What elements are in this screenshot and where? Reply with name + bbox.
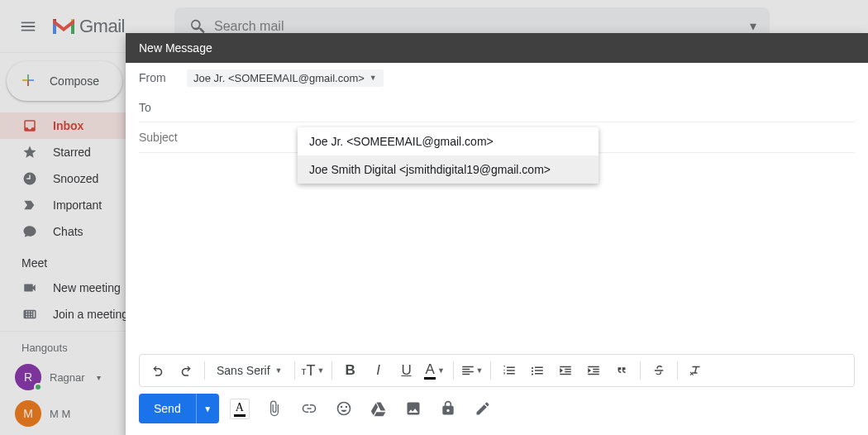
plus-icon <box>17 69 40 94</box>
underline-button[interactable]: U <box>393 357 420 384</box>
separator <box>453 361 454 380</box>
separator <box>677 361 678 380</box>
redo-button[interactable] <box>173 357 199 384</box>
from-option-1[interactable]: Joe Smith Digital <jsmithdigital19@gmail… <box>298 155 599 184</box>
attach-file-button[interactable] <box>260 394 289 423</box>
chevron-down-icon: ▼ <box>476 366 484 375</box>
insert-emoji-button[interactable] <box>330 394 358 423</box>
inbox-icon <box>21 118 38 133</box>
meet-item-label: New meeting <box>53 281 121 294</box>
chevron-down-icon[interactable]: ▾ <box>97 373 101 382</box>
chevron-down-icon: ▼ <box>317 366 325 375</box>
to-label: To <box>139 101 179 114</box>
avatar: R <box>15 364 41 390</box>
from-selector[interactable]: Joe Jr. <SOMEEMAIL@gmail.com> ▼ <box>187 69 384 87</box>
formatting-toolbar: Sans Serif▼ тT▼ B I U A▼ ▼ <box>139 354 855 387</box>
presence-online-icon <box>34 383 42 391</box>
confidential-mode-button[interactable] <box>434 394 462 423</box>
important-icon <box>21 198 38 213</box>
text-color-button[interactable]: A▼ <box>422 357 448 384</box>
compose-title[interactable]: New Message <box>126 33 868 63</box>
from-label: From <box>139 71 179 84</box>
font-family-selector[interactable]: Sans Serif▼ <box>210 357 289 384</box>
from-row: From Joe Jr. <SOMEEMAIL@gmail.com> ▼ <box>139 63 855 93</box>
chat-icon <box>21 224 38 239</box>
compose-button[interactable]: Compose <box>7 61 122 101</box>
from-dropdown: Joe Jr. <SOMEEMAIL@gmail.com> Joe Smith … <box>298 127 599 184</box>
star-icon <box>21 145 38 160</box>
sidebar-item-label: Snoozed <box>53 172 98 185</box>
chevron-down-icon: ▼ <box>275 366 283 375</box>
compose-window: New Message From Joe Jr. <SOMEEMAIL@gmai… <box>126 33 868 435</box>
send-button[interactable]: Send <box>139 394 196 423</box>
insert-drive-button[interactable] <box>365 394 393 423</box>
avatar-initial: M <box>23 407 33 420</box>
brand-text: Gmail <box>79 16 125 37</box>
bold-button[interactable]: B <box>337 357 364 384</box>
separator <box>294 361 295 380</box>
avatar: M <box>15 400 41 427</box>
contact-name: M M <box>50 408 70 420</box>
chevron-down-icon: ▼ <box>370 74 377 82</box>
search-options-caret-icon[interactable]: ▾ <box>750 18 763 34</box>
from-option-0[interactable]: Joe Jr. <SOMEEMAIL@gmail.com> <box>298 127 599 155</box>
separator <box>331 361 332 380</box>
compose-label: Compose <box>50 74 99 88</box>
hamburger-icon <box>19 17 37 36</box>
sidebar-item-label: Important <box>53 198 102 212</box>
align-button[interactable]: ▼ <box>459 357 485 384</box>
to-row[interactable]: To <box>139 93 855 122</box>
send-options-button[interactable]: ▼ <box>196 394 219 423</box>
formatting-options-button[interactable]: A <box>226 394 254 423</box>
font-size-button[interactable]: тT▼ <box>300 357 327 384</box>
numbered-list-button[interactable] <box>496 357 522 384</box>
gmail-logo[interactable]: Gmail <box>51 16 125 37</box>
indent-less-button[interactable] <box>552 357 579 384</box>
sidebar-item-label: Inbox <box>53 119 83 132</box>
compose-action-bar: Send ▼ A <box>126 394 868 435</box>
remove-formatting-button[interactable] <box>683 357 709 384</box>
insert-photo-button[interactable] <box>399 394 427 423</box>
separator <box>640 361 641 380</box>
strikethrough-button[interactable] <box>646 357 672 384</box>
insert-signature-button[interactable] <box>469 394 497 423</box>
send-button-group: Send ▼ <box>139 394 219 423</box>
main-menu-button[interactable] <box>8 7 48 46</box>
separator <box>204 361 205 380</box>
from-selected-value: Joe Jr. <SOMEEMAIL@gmail.com> <box>193 72 365 84</box>
chevron-down-icon: ▼ <box>437 366 445 375</box>
sidebar-item-label: Starred <box>53 146 91 159</box>
sidebar-item-label: Chats <box>53 225 83 238</box>
insert-link-button[interactable] <box>295 394 323 423</box>
video-icon <box>21 280 38 295</box>
meet-item-label: Join a meeting <box>53 308 128 321</box>
contact-name: Ragnar <box>50 371 85 384</box>
quote-button[interactable] <box>608 357 635 384</box>
search-input[interactable] <box>214 19 750 34</box>
undo-button[interactable] <box>145 357 171 384</box>
italic-button[interactable]: I <box>365 357 392 384</box>
avatar-initial: R <box>24 370 32 384</box>
bulleted-list-button[interactable] <box>524 357 551 384</box>
indent-more-button[interactable] <box>580 357 607 384</box>
keyboard-icon <box>21 307 38 322</box>
clock-icon <box>21 171 38 186</box>
separator <box>490 361 491 380</box>
gmail-m-icon <box>51 17 76 36</box>
